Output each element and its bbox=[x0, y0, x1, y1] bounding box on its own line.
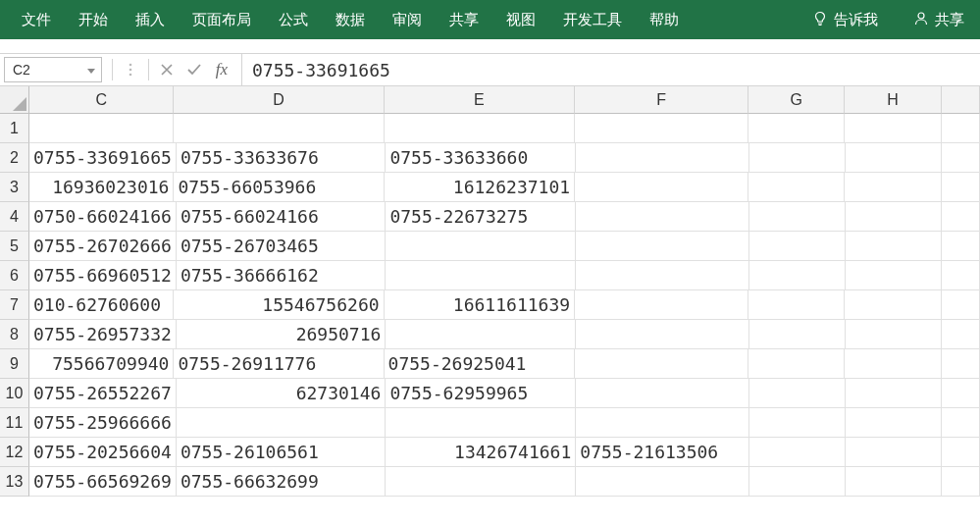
cell[interactable] bbox=[846, 202, 942, 232]
cell[interactable] bbox=[576, 261, 748, 290]
cell[interactable]: 0755-20256604 bbox=[29, 438, 177, 467]
row-header[interactable]: 1 bbox=[0, 114, 29, 143]
cell[interactable] bbox=[576, 143, 748, 173]
cell[interactable] bbox=[749, 232, 846, 261]
column-header[interactable]: C bbox=[29, 86, 174, 114]
cell[interactable]: 0755-21613506 bbox=[576, 438, 748, 467]
cell[interactable]: 0755-26702666 bbox=[29, 232, 177, 261]
cell[interactable] bbox=[846, 408, 942, 438]
cell[interactable] bbox=[845, 173, 941, 202]
row-header[interactable]: 2 bbox=[0, 143, 29, 173]
cell[interactable] bbox=[386, 467, 576, 497]
cell[interactable] bbox=[749, 379, 846, 408]
cell[interactable] bbox=[749, 408, 846, 438]
column-header[interactable]: G bbox=[748, 86, 845, 114]
ribbon-tab[interactable]: 视图 bbox=[492, 0, 549, 39]
row-header[interactable]: 5 bbox=[0, 232, 29, 261]
cell[interactable]: 0755-62959965 bbox=[386, 379, 576, 408]
cell[interactable] bbox=[748, 173, 845, 202]
ribbon-tab[interactable]: 共享 bbox=[436, 0, 492, 39]
tell-me[interactable]: 告诉我 bbox=[804, 0, 886, 39]
cell[interactable] bbox=[748, 290, 845, 320]
cell[interactable] bbox=[846, 438, 942, 467]
cell[interactable] bbox=[576, 467, 748, 497]
cell[interactable] bbox=[177, 408, 386, 438]
ribbon-tab[interactable]: 文件 bbox=[8, 0, 65, 39]
cell[interactable] bbox=[576, 202, 748, 232]
cell[interactable] bbox=[386, 261, 576, 290]
cell[interactable] bbox=[942, 349, 980, 379]
cell[interactable]: 26950716 bbox=[177, 320, 386, 349]
column-header[interactable]: E bbox=[385, 86, 576, 114]
row-header[interactable]: 12 bbox=[0, 438, 29, 467]
cell[interactable] bbox=[29, 114, 174, 143]
cell[interactable] bbox=[942, 379, 980, 408]
cell[interactable] bbox=[942, 202, 980, 232]
cell[interactable] bbox=[749, 438, 846, 467]
cell[interactable]: 0755-22673275 bbox=[386, 202, 576, 232]
select-all-corner[interactable] bbox=[0, 86, 29, 114]
cell[interactable]: 0755-36666162 bbox=[177, 261, 386, 290]
cell[interactable] bbox=[845, 114, 941, 143]
name-box[interactable]: C2 bbox=[4, 57, 102, 82]
cell[interactable] bbox=[846, 379, 942, 408]
row-header[interactable]: 11 bbox=[0, 408, 29, 438]
ribbon-tab[interactable]: 帮助 bbox=[636, 0, 693, 39]
column-header[interactable]: F bbox=[575, 86, 748, 114]
cell[interactable] bbox=[942, 467, 980, 497]
ribbon-tab[interactable]: 公式 bbox=[265, 0, 322, 39]
cell[interactable] bbox=[942, 320, 980, 349]
cell[interactable] bbox=[846, 261, 942, 290]
ribbon-tab[interactable]: 开发工具 bbox=[549, 0, 636, 39]
row-header[interactable]: 13 bbox=[0, 467, 29, 497]
cell[interactable] bbox=[174, 114, 384, 143]
row-header[interactable]: 8 bbox=[0, 320, 29, 349]
cancel-icon[interactable] bbox=[153, 57, 181, 82]
cell[interactable]: 0755-25966666 bbox=[29, 408, 177, 438]
cell[interactable]: 75566709940 bbox=[29, 349, 174, 379]
cell[interactable] bbox=[942, 114, 980, 143]
cell[interactable]: 0755-26957332 bbox=[29, 320, 177, 349]
cell[interactable]: 010-62760600 bbox=[29, 290, 174, 320]
cell[interactable] bbox=[748, 114, 845, 143]
row-header[interactable]: 9 bbox=[0, 349, 29, 379]
cell[interactable] bbox=[942, 232, 980, 261]
cell[interactable]: 0755-66569269 bbox=[29, 467, 177, 497]
cell[interactable] bbox=[575, 173, 748, 202]
cell[interactable] bbox=[386, 232, 576, 261]
cell[interactable] bbox=[845, 290, 941, 320]
cell[interactable] bbox=[576, 232, 748, 261]
cell[interactable] bbox=[846, 232, 942, 261]
cell[interactable] bbox=[942, 408, 980, 438]
cell[interactable]: 16936023016 bbox=[29, 173, 174, 202]
column-header[interactable] bbox=[942, 86, 980, 114]
cell[interactable]: 16126237101 bbox=[385, 173, 576, 202]
formula-editor[interactable]: 0755-33691665 bbox=[241, 54, 980, 85]
cell[interactable]: 15546756260 bbox=[174, 290, 384, 320]
share-button[interactable]: 共享 bbox=[905, 0, 972, 39]
accept-icon[interactable] bbox=[181, 57, 208, 82]
row-header[interactable]: 10 bbox=[0, 379, 29, 408]
cell[interactable] bbox=[385, 114, 576, 143]
cell[interactable]: 0755-66960512 bbox=[29, 261, 177, 290]
cell[interactable] bbox=[576, 408, 748, 438]
row-header[interactable]: 7 bbox=[0, 290, 29, 320]
row-header[interactable]: 3 bbox=[0, 173, 29, 202]
cell[interactable] bbox=[846, 467, 942, 497]
ribbon-tab[interactable]: 开始 bbox=[65, 0, 122, 39]
ribbon-tab[interactable]: 插入 bbox=[122, 0, 179, 39]
cell[interactable] bbox=[845, 349, 941, 379]
cell[interactable]: 0755-26703465 bbox=[177, 232, 386, 261]
cell[interactable]: 0755-33691665 bbox=[29, 143, 177, 173]
cell[interactable]: 0755-33633660 bbox=[386, 143, 576, 173]
cell[interactable] bbox=[942, 143, 980, 173]
ribbon-tab[interactable]: 页面布局 bbox=[179, 0, 265, 39]
cell[interactable] bbox=[575, 349, 748, 379]
cell[interactable]: 0755-26925041 bbox=[385, 349, 576, 379]
cell[interactable]: 13426741661 bbox=[386, 438, 576, 467]
cell[interactable] bbox=[386, 320, 576, 349]
cell[interactable] bbox=[942, 290, 980, 320]
cell[interactable]: 0755-66024166 bbox=[177, 202, 386, 232]
column-header[interactable]: D bbox=[174, 86, 384, 114]
cell[interactable] bbox=[749, 202, 846, 232]
